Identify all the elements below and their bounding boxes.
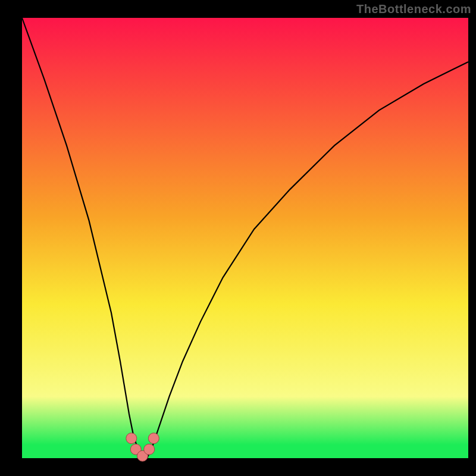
marker-point bbox=[144, 444, 155, 455]
plot-background bbox=[22, 18, 468, 458]
chart-root: TheBottleneck.com bbox=[0, 0, 476, 476]
watermark-text: TheBottleneck.com bbox=[356, 2, 471, 16]
chart-svg bbox=[0, 0, 476, 476]
marker-point bbox=[126, 433, 137, 444]
marker-point bbox=[148, 433, 159, 444]
